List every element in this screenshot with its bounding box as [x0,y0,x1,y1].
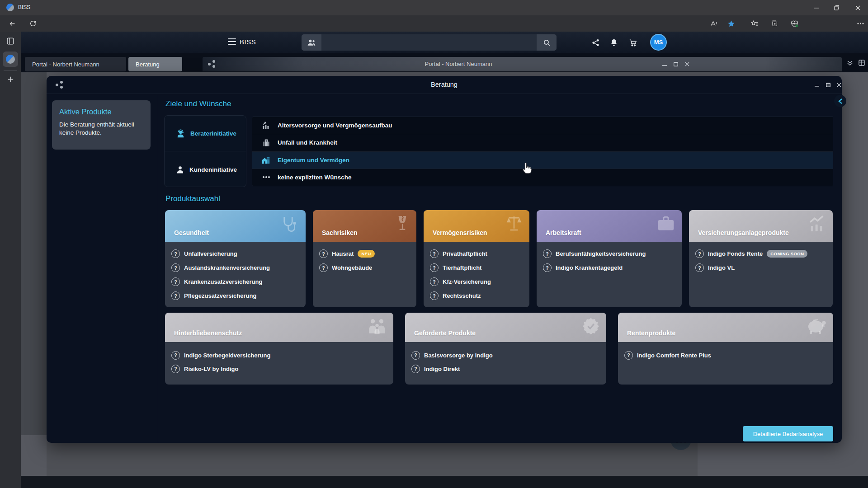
browser-menu-button[interactable] [854,18,866,29]
chart-growth-icon [261,121,271,131]
window-layout-icon[interactable] [857,59,866,67]
goal-row-unfall[interactable]: Unfall und Krankheit [252,134,833,151]
collapse-all-windows-icon[interactable] [845,59,854,67]
help-icon[interactable]: ? [695,263,704,272]
vertical-tabs-toggle-icon[interactable] [5,35,16,47]
cart-icon[interactable] [627,36,639,49]
initiative-berater-button[interactable]: Beraterinitiative [165,116,246,151]
card-title: Vermögensrisiken [433,229,487,236]
product-item[interactable]: ? Indigo VL [695,261,826,275]
dialog-titlebar[interactable]: Beratung [47,76,842,94]
collections-icon[interactable] [769,18,780,29]
product-item[interactable]: ? Indigo Direkt [411,362,600,375]
window-restore-button[interactable] [826,0,847,15]
product-item[interactable]: ? Indigo Fonds Rente COMING SOON [695,247,826,261]
products-heading: Produktauswahl [165,194,220,203]
tab-portal[interactable]: Portal - Norbert Neumann [25,57,126,71]
product-label: Krankenzusatzversicherung [184,278,262,285]
help-icon[interactable]: ? [319,263,328,272]
goal-row-eigentum[interactable]: Eigentum und Vermögen [252,152,833,169]
product-item[interactable]: ? Basisvorsorge by Indigo [411,348,600,362]
card-body: ? Hausrat NEU ? Wohngebäude [313,242,416,307]
help-icon[interactable]: ? [319,249,328,258]
house-building-icon [261,155,271,165]
app-menu-icon[interactable] [228,38,236,45]
search-submit-button[interactable] [537,34,557,51]
collapse-panel-chevron-button[interactable] [834,95,846,107]
product-item[interactable]: ? Pflegezusatzversicherung [171,289,299,303]
product-item[interactable]: ? Hausrat NEU [319,247,410,261]
back-button[interactable] [6,18,18,29]
product-item[interactable]: ? Krankenzusatzversicherung [171,275,299,289]
dialog-close-button[interactable] [835,81,844,89]
window-close-button[interactable] [847,0,868,15]
new-tab-button[interactable] [5,73,16,85]
help-icon[interactable]: ? [411,365,420,373]
product-item[interactable]: ? Berufsunfähigkeitsversicherung [543,247,675,261]
detailed-needs-analysis-button[interactable]: Detaillierte Bedarfsanalyse [743,426,833,441]
help-icon[interactable]: ? [171,365,180,373]
dialog-maximize-button[interactable] [824,81,833,89]
product-item[interactable]: ? Auslandskrankenversicherung [171,261,299,275]
portal-maximize-button[interactable] [671,60,680,68]
window-minimize-button[interactable] [806,0,826,15]
product-card-rentenprodukte: Rentenprodukte ? Indigo Comfort Rente Pl… [618,313,833,385]
help-icon[interactable]: ? [430,291,439,300]
active-tab-biss[interactable] [3,52,18,67]
chart-line-icon [807,215,826,233]
card-title: Gesundheit [174,229,209,236]
product-item[interactable]: ? Indigo Sterbegeldversicherung [171,348,387,362]
user-avatar[interactable]: MS [650,34,667,51]
product-item[interactable]: ? Indigo Comfort Rente Plus [624,348,827,362]
initiative-kunden-button[interactable]: Kundeninitiative [165,152,246,188]
initiative-switch: Beraterinitiative Kundeninitiative [164,115,246,187]
product-label: Kfz-Versicherung [443,278,491,285]
card-body: ? Privathaftpflicht ? Tierhaftpflicht ? … [424,242,529,307]
product-item[interactable]: ? Indigo Krankentagegeld [543,261,675,275]
people-icon [307,39,316,46]
customer-search-button[interactable] [302,34,321,51]
portal-window-titlebar[interactable]: Portal - Norbert Neumann [203,57,842,71]
card-header: Geförderte Produkte [405,313,606,342]
help-icon[interactable]: ? [430,277,439,286]
portal-minimize-button[interactable] [660,60,669,68]
refresh-button[interactable] [27,18,39,29]
product-label: Tierhaftpflicht [443,264,481,271]
help-icon[interactable]: ? [543,249,552,258]
product-item[interactable]: ? Wohngebäude [319,261,410,275]
goal-row-altersvorsorge[interactable]: Altersvorsorge und Vergmögensaufbau [252,117,833,134]
favorites-bar-icon[interactable] [749,18,760,29]
product-item[interactable]: ? Unfallversicherung [171,247,299,261]
briefcase-icon [656,215,675,232]
help-icon[interactable]: ? [430,263,439,272]
share-icon[interactable] [589,36,602,49]
help-icon[interactable]: ? [171,291,180,300]
product-item[interactable]: ? Rechtsschutz [430,289,523,303]
help-icon[interactable]: ? [430,249,439,258]
read-aloud-icon[interactable] [708,18,720,29]
goal-row-keine-wuensche[interactable]: keine expliziten Wünsche [252,169,833,186]
help-icon[interactable]: ? [411,351,420,360]
global-search-input[interactable] [302,34,557,51]
product-item[interactable]: ? Privathaftpflicht [430,247,523,261]
product-item[interactable]: ? Risiko-LV by Indigo [171,362,387,375]
workspace: Beratung Aktive Produkte Die Beratung en… [21,72,868,488]
help-icon[interactable]: ? [624,351,633,360]
help-icon[interactable]: ? [171,351,180,360]
tab-beratung[interactable]: Beratung [128,57,182,71]
product-label: Indigo VL [708,264,735,271]
dialog-minimize-button[interactable] [812,81,821,89]
help-icon[interactable]: ? [695,249,704,258]
beratung-dialog: Beratung Aktive Produkte Die Beratung en… [47,76,842,443]
broken-glass-icon [395,215,410,233]
help-icon[interactable]: ? [171,277,180,286]
product-item[interactable]: ? Kfz-Versicherung [430,275,523,289]
help-icon[interactable]: ? [171,263,180,272]
browser-essentials-icon[interactable] [788,18,800,29]
help-icon[interactable]: ? [543,263,552,272]
favorite-star-icon[interactable] [725,18,737,29]
help-icon[interactable]: ? [171,249,180,258]
product-item[interactable]: ? Tierhaftpflicht [430,261,523,275]
portal-close-button[interactable] [683,60,692,68]
notifications-bell-icon[interactable] [608,36,620,49]
